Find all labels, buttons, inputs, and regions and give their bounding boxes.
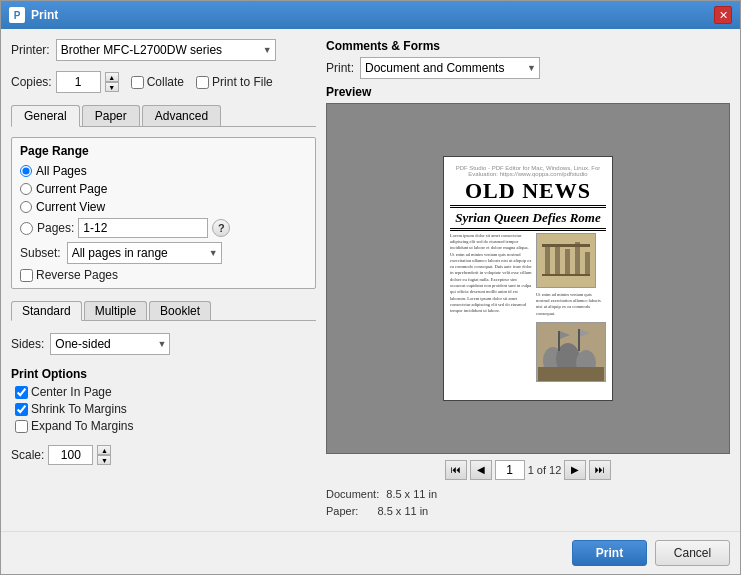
paper-subtitle: Syrian Queen Defies Rome [450, 210, 606, 226]
svg-rect-15 [578, 329, 580, 351]
comments-forms-section: Comments & Forms Print: Document and Com… [326, 39, 730, 79]
bottom-bar: Print Cancel [1, 531, 740, 574]
svg-rect-3 [565, 249, 570, 276]
shrink-to-margins-checkbox[interactable] [15, 403, 28, 416]
scale-up-button[interactable]: ▲ [97, 445, 111, 455]
paper-image-top [536, 233, 596, 288]
print-button[interactable]: Print [572, 540, 647, 566]
shrink-to-margins-text: Shrink To Margins [31, 402, 127, 416]
doc-info: Document: 8.5 x 11 in Paper: 8.5 x 11 in [326, 486, 730, 521]
subset-label: Subset: [20, 246, 61, 260]
prev-page-button[interactable]: ◀ [470, 460, 492, 480]
paper-info-row: Paper: 8.5 x 11 in [326, 503, 730, 521]
center-in-page-checkbox[interactable] [15, 386, 28, 399]
expand-to-margins-label[interactable]: Expand To Margins [15, 419, 316, 433]
page-range-title: Page Range [20, 144, 307, 158]
help-button[interactable]: ? [212, 219, 230, 237]
print-options-list: Center In Page Shrink To Margins Expand … [11, 385, 316, 433]
paper-col-right: Ut enim ad minim veniam quis nostrud exe… [536, 233, 606, 394]
page-total: 1 of 12 [528, 464, 562, 476]
copies-collate-row: Copies: ▲ ▼ Collate Print to File [11, 71, 316, 93]
scale-down-button[interactable]: ▼ [97, 455, 111, 465]
current-page-radio[interactable] [20, 183, 32, 195]
reverse-pages-checkbox-label[interactable]: Reverse Pages [20, 268, 307, 282]
print-row: Print: Document and Comments [326, 57, 730, 79]
first-page-button[interactable]: ⏮ [445, 460, 467, 480]
paper-col-right-text: Ut enim ad minim veniam quis nostrud exe… [536, 292, 606, 317]
sides-select[interactable]: One-sided [50, 333, 170, 355]
expand-to-margins-text: Expand To Margins [31, 419, 134, 433]
current-view-radio-label[interactable]: Current View [20, 200, 307, 214]
dialog-body: Printer: Brother MFC-L2700DW series Copi… [1, 29, 740, 531]
tab-bar: General Paper Advanced [11, 105, 316, 127]
all-pages-radio-label[interactable]: All Pages [20, 164, 307, 178]
collate-label: Collate [147, 75, 184, 89]
sides-label: Sides: [11, 337, 44, 351]
pagination-row: ⏮ ◀ 1 of 12 ▶ ⏭ [326, 460, 730, 480]
print-to-file-label: Print to File [212, 75, 273, 89]
sub-tab-multiple[interactable]: Multiple [84, 301, 147, 320]
pages-row: Pages: ? [20, 218, 307, 238]
scale-input[interactable] [48, 445, 93, 465]
print-to-file-checkbox-label[interactable]: Print to File [196, 75, 273, 89]
comments-print-select[interactable]: Document and Comments [360, 57, 540, 79]
svg-rect-5 [585, 252, 590, 276]
printer-row: Printer: Brother MFC-L2700DW series [11, 39, 316, 61]
svg-rect-12 [538, 367, 604, 381]
tab-general[interactable]: General [11, 105, 80, 127]
paper-headline: OLD NEWS [450, 179, 606, 203]
copies-down-button[interactable]: ▼ [105, 82, 119, 92]
preview-paper: PDF Studio - PDF Editor for Mac, Windows… [443, 156, 613, 401]
svg-rect-6 [542, 244, 590, 247]
cancel-button[interactable]: Cancel [655, 540, 730, 566]
sub-tab-standard[interactable]: Standard [11, 301, 82, 321]
printer-select[interactable]: Brother MFC-L2700DW series [56, 39, 276, 61]
copies-input[interactable] [56, 71, 101, 93]
preview-area: PDF Studio - PDF Editor for Mac, Windows… [326, 103, 730, 454]
reverse-pages-checkbox[interactable] [20, 269, 33, 282]
dialog-title: Print [31, 8, 58, 22]
last-page-button[interactable]: ⏭ [589, 460, 611, 480]
tab-advanced[interactable]: Advanced [142, 105, 221, 126]
title-bar: P Print ✕ [1, 1, 740, 29]
current-page-radio-label[interactable]: Current Page [20, 182, 307, 196]
paper-info-value: 8.5 x 11 in [377, 505, 428, 517]
current-view-label: Current View [36, 200, 105, 214]
comments-print-label: Print: [326, 61, 354, 75]
all-pages-label: All Pages [36, 164, 87, 178]
document-info-value: 8.5 x 11 in [386, 488, 437, 500]
subset-row: Subset: All pages in range [20, 242, 307, 264]
print-select-wrap: Document and Comments [360, 57, 540, 79]
sides-row: Sides: One-sided [11, 333, 316, 355]
subset-select[interactable]: All pages in range [67, 242, 222, 264]
layout-sub-tab-bar: Standard Multiple Booklet [11, 301, 316, 321]
sub-tab-booklet[interactable]: Booklet [149, 301, 211, 320]
collate-checkbox[interactable] [131, 76, 144, 89]
pages-input[interactable] [78, 218, 208, 238]
copies-up-button[interactable]: ▲ [105, 72, 119, 82]
current-view-radio[interactable] [20, 201, 32, 213]
paper-body: Lorem ipsum dolor sit amet consectetur a… [450, 233, 606, 394]
current-page-label: Current Page [36, 182, 107, 196]
center-in-page-label[interactable]: Center In Page [15, 385, 316, 399]
svg-rect-7 [542, 274, 590, 276]
preview-label: Preview [326, 85, 730, 99]
collate-checkbox-label[interactable]: Collate [131, 75, 184, 89]
paper-rule [450, 205, 606, 208]
tab-paper[interactable]: Paper [82, 105, 140, 126]
print-dialog: P Print ✕ Printer: Brother MFC-L2700DW s… [0, 0, 741, 575]
subset-select-wrap: All pages in range [67, 242, 222, 264]
print-to-file-checkbox[interactable] [196, 76, 209, 89]
page-number-input[interactable] [495, 460, 525, 480]
close-button[interactable]: ✕ [714, 6, 732, 24]
paper-info-label: Paper: [326, 505, 358, 517]
comments-forms-title: Comments & Forms [326, 39, 730, 53]
shrink-to-margins-label[interactable]: Shrink To Margins [15, 402, 316, 416]
printer-label: Printer: [11, 43, 50, 57]
all-pages-radio[interactable] [20, 165, 32, 177]
next-page-button[interactable]: ▶ [564, 460, 586, 480]
expand-to-margins-checkbox[interactable] [15, 420, 28, 433]
left-panel: Printer: Brother MFC-L2700DW series Copi… [11, 39, 316, 521]
paper-image-bottom [536, 322, 606, 382]
pages-radio[interactable] [20, 222, 33, 235]
